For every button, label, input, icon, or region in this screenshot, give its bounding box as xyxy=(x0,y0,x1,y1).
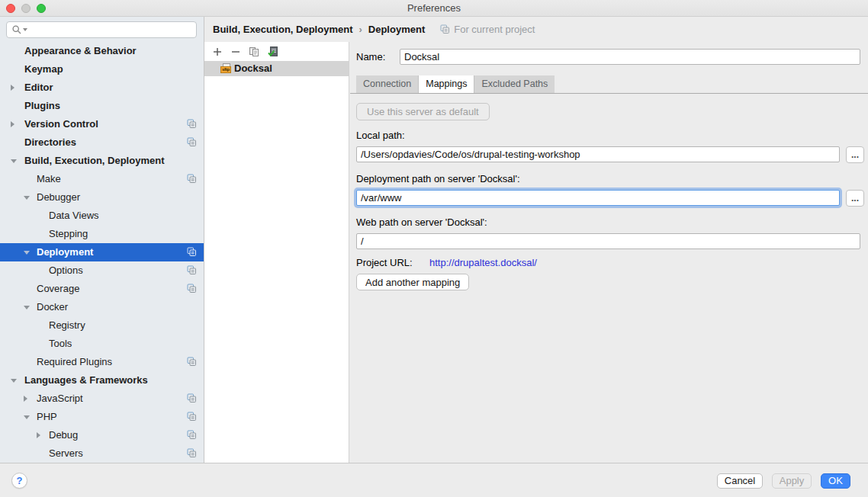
chevron-down-icon[interactable] xyxy=(24,251,30,255)
sidebar-item-keymap[interactable]: Keymap xyxy=(0,60,204,79)
sidebar-item-languages-frameworks[interactable]: Languages & Frameworks xyxy=(0,371,204,390)
sidebar-item-label: Plugins xyxy=(24,97,60,115)
copy-icon xyxy=(249,46,260,57)
sidebar-item-coverage[interactable]: Coverage xyxy=(0,280,204,298)
tab-excluded-paths[interactable]: Excluded Paths xyxy=(474,75,555,93)
window-title: Preferences xyxy=(0,0,868,16)
breadcrumb-item[interactable]: Build, Execution, Deployment xyxy=(213,24,352,35)
chevron-right-icon[interactable] xyxy=(11,121,14,127)
sidebar-item-label: Build, Execution, Deployment xyxy=(24,152,164,170)
sidebar-item-data-views[interactable]: Data Views xyxy=(0,207,204,225)
chevron-down-icon[interactable] xyxy=(24,196,30,200)
web-path-label: Web path on server 'Docksal': xyxy=(356,216,487,228)
sidebar-item-javascript[interactable]: JavaScript xyxy=(0,390,204,408)
server-list-item-docksal[interactable]: sftpDocksal xyxy=(204,61,349,76)
deployment-path-label: Deployment path on server 'Docksal': xyxy=(356,173,520,184)
shared-config-icon xyxy=(187,137,197,147)
shared-config-icon xyxy=(187,412,197,422)
name-input[interactable] xyxy=(400,49,860,65)
sidebar-item-directories[interactable]: Directories xyxy=(0,133,204,152)
project-url-label: Project URL: xyxy=(356,257,413,268)
sftp-icon: sftp xyxy=(220,63,231,74)
web-path-input[interactable] xyxy=(356,233,860,249)
chevron-down-icon[interactable] xyxy=(24,306,30,309)
sidebar-item-docker[interactable]: Docker xyxy=(0,298,204,316)
server-name: Docksal xyxy=(234,61,272,76)
sidebar-item-tools[interactable]: Tools xyxy=(0,335,204,353)
sidebar-item-plugins[interactable]: Plugins xyxy=(0,97,204,115)
for-current-project-icon xyxy=(440,24,450,34)
local-path-label: Local path: xyxy=(356,130,405,141)
chevron-down-icon[interactable] xyxy=(11,379,17,383)
sidebar-item-label: Required Plugins xyxy=(37,353,112,371)
chevron-down-icon[interactable] xyxy=(24,415,30,419)
tab-connection[interactable]: Connection xyxy=(356,75,419,93)
sidebar-item-servers[interactable]: Servers xyxy=(0,444,204,463)
search-field-wrap xyxy=(6,21,197,38)
use-as-default-button[interactable] xyxy=(263,44,281,59)
sidebar-item-build-execution-deployment[interactable]: Build, Execution, Deployment xyxy=(0,152,204,170)
add-another-mapping-button[interactable]: Add another mapping xyxy=(356,274,469,290)
apply-button[interactable]: Apply xyxy=(772,473,812,489)
shared-config-icon xyxy=(187,448,197,458)
shared-config-icon xyxy=(187,174,197,184)
server-toolbar xyxy=(204,42,349,61)
shared-config-icon xyxy=(187,357,197,367)
sidebar-item-label: Deployment xyxy=(37,243,93,261)
sidebar-item-label: Tools xyxy=(49,335,72,353)
ok-button[interactable]: OK xyxy=(821,473,850,489)
shared-config-icon xyxy=(187,430,197,440)
chevron-right-icon[interactable] xyxy=(37,432,40,438)
remove-button[interactable] xyxy=(227,44,245,59)
local-path-browse-button[interactable]: ... xyxy=(846,146,864,163)
breadcrumb-item: Deployment xyxy=(368,24,425,35)
sidebar-item-registry[interactable]: Registry xyxy=(0,316,204,335)
use-as-default-icon xyxy=(267,46,278,57)
deployment-path-input[interactable] xyxy=(356,190,840,206)
settings-tree: Appearance & BehaviorKeymapEditorPlugins… xyxy=(0,42,204,463)
chevron-right-icon[interactable] xyxy=(24,396,27,402)
tab-mappings[interactable]: Mappings xyxy=(419,75,474,93)
search-options-caret-icon[interactable] xyxy=(23,28,27,31)
sidebar-item-version-control[interactable]: Version Control xyxy=(0,115,204,133)
chevron-down-icon[interactable] xyxy=(11,159,17,163)
sidebar-item-label: Languages & Frameworks xyxy=(24,371,148,390)
shared-config-icon xyxy=(187,265,197,275)
sidebar-item-label: Appearance & Behavior xyxy=(24,42,137,60)
server-detail-panel: Name: ConnectionMappingsExcluded Paths U… xyxy=(350,42,868,463)
chevron-right-icon[interactable] xyxy=(11,85,14,91)
cancel-button[interactable]: Cancel xyxy=(717,473,763,489)
add-button[interactable] xyxy=(208,44,227,59)
search-input[interactable] xyxy=(6,21,197,38)
breadcrumb: Build, Execution, Deployment › Deploymen… xyxy=(204,17,868,42)
sidebar-item-label: Version Control xyxy=(24,115,98,133)
footer-bar: ? Cancel Apply OK xyxy=(0,463,868,497)
project-url-link[interactable]: http://drupaltest.docksal/ xyxy=(429,257,537,268)
sidebar-item-editor[interactable]: Editor xyxy=(0,79,204,97)
use-server-as-default-button[interactable]: Use this server as default xyxy=(356,103,490,120)
sidebar-item-debugger[interactable]: Debugger xyxy=(0,188,204,207)
sidebar-item-label: Servers xyxy=(49,444,83,463)
sidebar-item-label: Docker xyxy=(37,298,68,316)
sidebar-item-label: Coverage xyxy=(37,280,79,298)
scope-indicator: For current project xyxy=(440,24,535,35)
deployment-path-browse-button[interactable]: ... xyxy=(846,190,864,207)
shared-config-icon xyxy=(187,247,197,257)
sidebar-item-make[interactable]: Make xyxy=(0,170,204,188)
sidebar-item-deployment[interactable]: Deployment xyxy=(0,243,204,261)
sidebar-item-options[interactable]: Options xyxy=(0,261,204,280)
settings-sidebar: Appearance & BehaviorKeymapEditorPlugins… xyxy=(0,17,204,463)
sidebar-item-debug[interactable]: Debug xyxy=(0,426,204,444)
sidebar-item-stepping[interactable]: Stepping xyxy=(0,225,204,243)
remove-icon xyxy=(230,46,242,57)
sidebar-item-label: Directories xyxy=(24,133,76,152)
help-button[interactable]: ? xyxy=(11,473,27,489)
server-list: sftpDocksal xyxy=(204,61,349,76)
sidebar-item-required-plugins[interactable]: Required Plugins xyxy=(0,353,204,371)
sidebar-item-appearance-behavior[interactable]: Appearance & Behavior xyxy=(0,42,204,60)
copy-button[interactable] xyxy=(245,44,263,59)
scope-label: For current project xyxy=(454,24,535,35)
tab-divider xyxy=(350,93,868,94)
local-path-input[interactable] xyxy=(356,146,840,162)
sidebar-item-php[interactable]: PHP xyxy=(0,408,204,426)
